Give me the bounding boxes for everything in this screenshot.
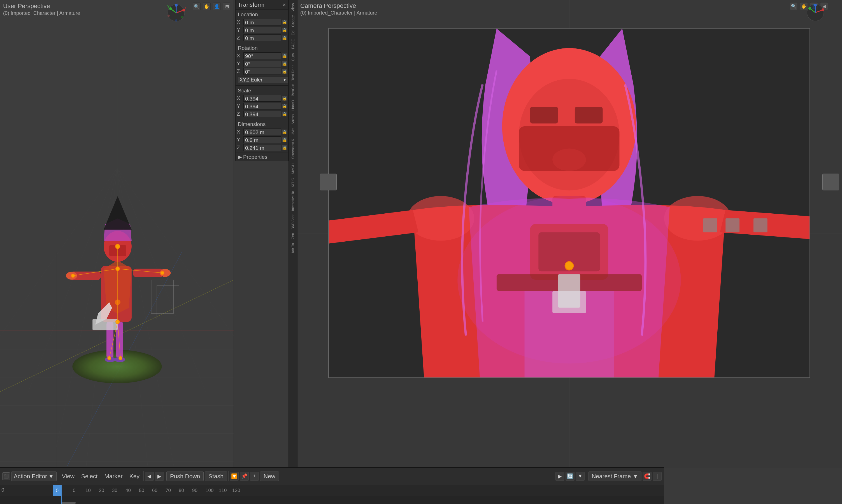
dim-x-lock[interactable]: 🔒 [282,129,287,134]
new-button[interactable]: New [260,471,279,481]
scale-x-lock[interactable]: 🔒 [282,96,287,101]
sync-icon[interactable]: 🔄 [566,472,574,481]
rotation-z-input[interactable]: 0° [244,68,281,75]
hand-icon[interactable]: ✋ [203,2,211,11]
playback-controls: ▶ 🔄 ▼ [555,472,585,481]
camera-gizmo[interactable] [806,3,825,22]
current-frame-indicator[interactable]: 0 [53,485,61,496]
tab-face[interactable]: FACE [290,37,296,51]
pin-icon[interactable]: 📌 [240,472,249,481]
tab-jme[interactable]: JMe [290,127,296,137]
editor-type-icon[interactable]: ⬛ [2,472,10,480]
panel-close[interactable]: ✕ [282,2,286,7]
tab-machi[interactable]: MACHI [290,161,296,176]
scale-z-lock[interactable]: 🔒 [282,111,287,116]
tab-create[interactable]: Create [290,14,296,29]
filter-icon[interactable]: 🔽 [230,472,239,481]
viewport-left-title: User Perspective [3,2,80,10]
rotation-x-input[interactable]: 90° [244,52,281,59]
dim-z-input[interactable]: 0.241 m [244,144,281,151]
viewport-right-title: Camera Perspective [300,2,377,10]
location-y-lock[interactable]: 🔒 [282,28,287,33]
timeline-toolbar: ⬛ Action Editor ▼ View Select Marker Key… [0,468,664,485]
tab-kito[interactable]: KIT O [290,176,296,189]
euler-mode-dropdown[interactable]: XYZ Euler ▼ [238,76,288,83]
viewport-left[interactable]: User Perspective (0) Imported_Character … [0,0,234,487]
location-z-input[interactable]: 0 m [244,34,281,41]
tab-hair[interactable]: Hair To [290,241,296,256]
dim-z-lock[interactable]: 🔒 [282,145,287,150]
location-y-row: Y 0 m 🔒 [236,26,288,34]
tab-view[interactable]: View [290,1,296,13]
location-z-lock[interactable]: 🔒 [282,35,287,40]
dim-y-input[interactable]: 0.6 m [244,137,281,143]
dim-x-input[interactable]: 0.602 m [244,128,281,135]
rotation-y-lock[interactable]: 🔒 [282,61,287,66]
tab-texdens[interactable]: Texl Dens [290,63,296,82]
mark-50: 50 [139,488,144,493]
location-y-input[interactable]: 0 m [244,26,281,33]
rotation-z-lock[interactable]: 🔒 [282,69,287,74]
scale-z-input[interactable]: 0.394 [244,111,281,117]
location-x-row: X 0 m 🔒 [236,18,288,26]
rotation-y-input[interactable]: 0° [244,60,281,67]
tab-anima[interactable]: Anima [290,112,296,126]
properties-toggle[interactable]: ▶ Properties [236,153,288,161]
grid-icon[interactable]: ⊞ [223,2,231,11]
properties-arrow-icon: ▶ [238,154,242,160]
scale-y-lock[interactable]: 🔒 [282,104,287,109]
dim-y-lock[interactable]: 🔒 [282,137,287,142]
select-menu[interactable]: Select [78,472,100,481]
tab-curv[interactable]: Curv [290,51,296,63]
tab-boxcut[interactable]: BoxCut [290,83,296,98]
svg-rect-103 [552,291,586,313]
tab-ed[interactable]: Ed [290,29,296,37]
location-x-lock[interactable]: 🔒 [282,20,287,25]
frame-cursor-line [61,485,61,504]
scale-label: Scale [236,87,288,94]
svg-point-71 [181,16,183,18]
tab-screencast[interactable]: Screencast K [290,137,296,160]
track-area[interactable] [0,496,664,504]
rotation-x-lock[interactable]: 🔒 [282,53,287,58]
stash-button[interactable]: Stash [205,471,227,481]
filter2-icon[interactable]: ▼ [576,472,585,481]
panel-title: Transform [238,1,265,8]
add-icon[interactable]: + [250,472,259,481]
search-icon[interactable]: 🔍 [193,2,200,11]
tab-zen[interactable]: Zen [290,231,296,241]
user-icon[interactable]: 👤 [213,2,221,11]
mark-80: 80 [179,488,184,493]
key-menu[interactable]: Key [127,472,142,481]
push-down-button[interactable]: Push Down [166,471,204,481]
chevron-down-icon: ▼ [283,77,287,82]
scale-y-input[interactable]: 0.394 [244,103,281,109]
search-icon-right[interactable]: 🔍 [790,2,798,10]
rotation-label: Rotation [236,44,288,52]
svg-point-65 [169,7,172,10]
view-menu[interactable]: View [59,472,77,481]
scale-x-row: X 0.394 🔒 [236,94,288,102]
scale-x-input[interactable]: 0.394 [244,95,281,102]
timeline-scrollbar[interactable] [61,502,76,504]
marker-menu[interactable]: Marker [102,472,125,481]
svg-point-57 [115,300,121,305]
magnet-icon[interactable]: 🧲 [643,472,651,481]
svg-rect-97 [725,218,739,232]
nearest-frame-dropdown[interactable]: Nearest Frame ▼ [589,471,642,481]
prev-arrow-btn[interactable]: ◀ [145,472,154,481]
next-arrow-btn[interactable]: ▶ [155,472,164,481]
tab-interactive[interactable]: Interactive To [290,189,296,213]
location-x-input[interactable]: 0 m [244,19,281,25]
right-control-handle[interactable] [822,174,839,191]
tab-bnr[interactable]: BNR Abnr [290,213,296,231]
left-control-handle[interactable] [320,174,337,191]
action-editor-dropdown[interactable]: Action Editor ▼ [11,471,57,481]
play-icon[interactable]: ▶ [555,472,565,481]
divider-icon[interactable]: | [653,472,662,481]
transform-gizmo[interactable]: X Y Z [166,3,186,23]
sep-4 [228,471,229,481]
viewport-right[interactable]: Camera Perspective (0) Imported_Characte… [297,0,842,468]
scale-z-row: Z 0.394 🔒 [236,110,288,118]
tab-hardo[interactable]: HardO [290,98,296,112]
